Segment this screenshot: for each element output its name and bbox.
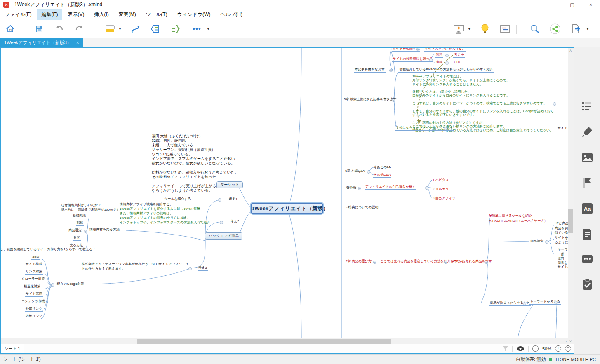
topic-pasona[interactable]: 現在紹介しているPASONAの方法をもう少しわかりやすく紹介	[398, 67, 494, 73]
insert-image-icon[interactable]	[581, 152, 593, 163]
export-dropdown-caret[interactable]: ▾	[585, 23, 591, 35]
topic-sell-method[interactable]: 情報商材を売る方法	[89, 227, 120, 232]
menu-item-0[interactable]: ファイル(F)	[0, 9, 36, 20]
topic-mercari[interactable]: 2 メルカリ	[432, 187, 449, 192]
collapse-icon[interactable]: –	[392, 99, 395, 102]
relationship-icon[interactable]	[129, 23, 142, 35]
vertical-scroll-thumb[interactable]	[568, 209, 573, 233]
topic-tool-intro[interactable]: ツールを紹介する	[163, 197, 192, 202]
collapse-icon[interactable]: –	[220, 221, 223, 224]
topic-tokuten[interactable]: ○特典についての説明	[346, 205, 379, 210]
more-dropdown-caret[interactable]: ▾	[205, 23, 211, 35]
horizontal-scrollbar[interactable]: ›	[1, 338, 568, 344]
topic-self-affiliate[interactable]: 3 自己アフィリ	[432, 196, 456, 201]
topic-ch5[interactable]: 5章 検索上位にきた記事を書き直す	[343, 97, 398, 102]
notes-icon[interactable]	[581, 228, 593, 240]
topic-extlink[interactable]: 外部リンク	[25, 306, 43, 312]
redo-icon[interactable]	[73, 23, 85, 35]
collapse-icon[interactable]: –	[389, 69, 393, 72]
topic-qa-now[interactable]: 今あるQ&A	[373, 165, 391, 170]
collapse-icon[interactable]: –	[425, 186, 428, 190]
topic-basic[interactable]: 基礎知識	[72, 213, 87, 218]
topic-intlink[interactable]: 内部リンク	[25, 314, 43, 319]
zoom-in-button[interactable]: +	[555, 345, 561, 352]
collapse-icon[interactable]: –	[445, 54, 449, 57]
mindmap-canvas[interactable]: 1Weekアフィリエイト（新版）福田 大輔（ふくだ だいすけ） 32歳、男性、静…	[0, 47, 574, 354]
presentation-dropdown-caret[interactable]: ▾	[466, 23, 472, 35]
topic-hapitas[interactable]: 1 ハピタス	[432, 178, 449, 183]
menu-item-4[interactable]: 変更(M)	[114, 9, 141, 20]
menu-item-2[interactable]: 表示(V)	[63, 9, 89, 20]
seo-note[interactable]: 1Weekアフィリエイトの場合は、 外部リンク（被リンク）が無くても、サイトが上…	[412, 75, 554, 132]
collapse-icon[interactable]: –	[445, 61, 449, 65]
save-icon[interactable]	[33, 23, 45, 35]
filter-icon[interactable]	[502, 346, 508, 352]
collapse-icon[interactable]: –	[444, 261, 447, 264]
zoom-menu-button[interactable]: ≡	[565, 345, 571, 352]
collapse-icon[interactable]: –	[444, 127, 447, 130]
topic-target[interactable]: ターゲット	[216, 181, 243, 188]
format-brush-icon[interactable]	[581, 126, 593, 138]
topic-link[interactable]: リンク対策	[25, 269, 43, 275]
topic-idea1[interactable]: 考え1	[228, 197, 238, 202]
why-note[interactable]: なぜ情報商材がいいのか？ 基本的に、高単価で承認率が100%です。	[61, 203, 122, 212]
backend-note[interactable]: 1Weekアフィリエイトを紹介する人に対し50%の報酬 また、情報商材アフィリの…	[120, 207, 210, 225]
presentation-icon[interactable]	[452, 23, 465, 35]
collapse-icon[interactable]: –	[358, 187, 361, 190]
coverage-note[interactable]: し、範囲を網羅しているサイトの作り方を1からすべて教える！	[1, 247, 96, 251]
collapse-icon[interactable]: –	[188, 267, 192, 270]
font-style-icon[interactable]: Aa	[581, 203, 593, 214]
task-clipboard-icon[interactable]	[581, 279, 593, 290]
topic-backend[interactable]: バックエンド商品	[205, 232, 242, 240]
topic-attract[interactable]: 集客	[73, 235, 81, 241]
collapse-icon[interactable]: –	[485, 261, 488, 264]
slides-icon[interactable]	[499, 23, 511, 35]
zoom-level[interactable]: 50%	[542, 346, 551, 351]
topic-seo[interactable]: SEO	[31, 254, 40, 260]
theme-icon[interactable]	[104, 23, 116, 35]
collapse-icon[interactable]: –	[545, 240, 548, 244]
topic-idea2[interactable]: 考え2	[230, 219, 240, 224]
vertical-scrollbar[interactable]: ˄ ˅	[568, 48, 574, 344]
company-note[interactable]: 株式会社アイ・ティー・ワン吉本が現在行う、SEOサイトアフィリエイトの作り方を全…	[82, 262, 190, 271]
backend-note-title[interactable]: 情報商材アフィリ戦略を紹介する。	[120, 202, 173, 207]
topic-grc[interactable]: GRC	[453, 60, 462, 65]
search-icon[interactable]	[529, 23, 541, 35]
topic-free[interactable]: 無料	[435, 52, 443, 58]
topic-rewrite[interactable]: 本記事を書きなおす	[354, 67, 386, 73]
collapse-icon[interactable]: –	[51, 283, 54, 287]
menu-item-1[interactable]: 編集(E)	[37, 9, 62, 20]
topic-ch6[interactable]: 6章 本編Q&A	[344, 169, 366, 174]
document-tab[interactable]: 1Weekアフィリエイト（新版3） ×	[0, 38, 83, 47]
tab-close-icon[interactable]: ×	[76, 40, 79, 45]
collapse-icon[interactable]: –	[218, 198, 221, 202]
collapse-icon[interactable]: –	[373, 261, 376, 264]
topic-strategy[interactable]: 戦略	[76, 221, 84, 226]
show-hide-eye-icon[interactable]	[516, 346, 525, 351]
topic-idea3[interactable]: 考え3	[198, 265, 208, 271]
theme-dropdown-caret[interactable]: ▾	[117, 23, 123, 35]
export-icon[interactable]	[570, 23, 582, 35]
menu-item-5[interactable]: ツール(T)	[141, 9, 172, 20]
topic-publish[interactable]: サイトを公開する	[392, 48, 420, 52]
topic-product-select[interactable]: 商品選定	[68, 228, 82, 233]
horizontal-scroll-thumb[interactable]	[137, 339, 391, 344]
collapse-icon[interactable]: –	[84, 230, 87, 233]
more-icon[interactable]	[191, 23, 203, 35]
marker-flag-icon[interactable]	[581, 177, 593, 189]
collapse-icon[interactable]: –	[367, 170, 370, 174]
topic-content[interactable]: コンテンツ作成	[21, 299, 46, 304]
canvas-viewport[interactable]: 1Weekアフィリエイト（新版）福田 大輔（ふくだ だいすけ） 32歳、男性、静…	[1, 48, 574, 344]
maximize-button[interactable]: ▢	[563, 0, 581, 9]
topic-paid[interactable]: 有料	[435, 60, 443, 65]
menu-item-6[interactable]: ウィンドウ(W)	[173, 9, 215, 20]
summary-icon[interactable]	[169, 23, 181, 35]
topic-bangai[interactable]: 番外編	[346, 185, 357, 190]
menu-item-3[interactable]: 挿入(I)	[89, 9, 113, 20]
zoom-out-button[interactable]: −	[532, 345, 539, 352]
topic-google[interactable]: 現在のGoogle対策	[56, 282, 85, 287]
topic-speed[interactable]: サイト高速	[25, 291, 43, 297]
collapse-icon[interactable]: –	[429, 58, 433, 61]
collapse-icon[interactable]: –	[554, 301, 558, 304]
scroll-right-icon[interactable]: ›	[565, 339, 567, 343]
